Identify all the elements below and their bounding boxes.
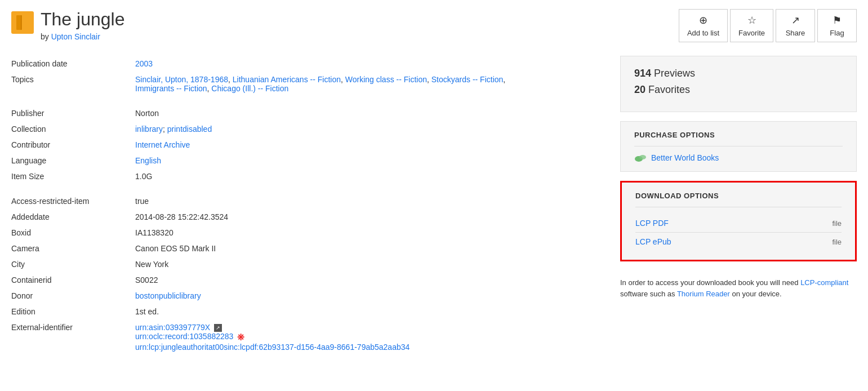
camera-label: Camera <box>11 241 135 256</box>
contributor-link[interactable]: Internet Archive <box>135 140 190 149</box>
access-restricted-row: Access-restricted-item true <box>11 193 607 209</box>
donor-link[interactable]: bostonpubliclibrary <box>135 291 201 300</box>
lcp-note: In order to access your downloaded book … <box>620 270 857 306</box>
author-line: by Upton Sinclair <box>41 32 124 41</box>
donor-label: Donor <box>11 288 135 304</box>
page-title: The jungle <box>41 9 124 30</box>
oclc-icon: ❋ <box>237 332 244 342</box>
topics-label: Topics <box>11 72 135 96</box>
share-icon: ↗ <box>791 14 800 26</box>
collection-link-printdisabled[interactable]: printdisabled <box>167 125 212 134</box>
metadata-table: Publication date 2003 Topics Sinclair, U… <box>11 56 607 355</box>
topic-link[interactable]: Stockyards -- Fiction <box>431 75 504 84</box>
purchase-options-card: PURCHASE OPTIONS Better World Books <box>620 121 857 172</box>
publisher-value: Norton <box>135 105 607 121</box>
purchase-item-bwb: Better World Books <box>634 153 843 162</box>
boxid-label: Boxid <box>11 225 135 241</box>
svg-rect-2 <box>21 15 21 30</box>
favorite-button[interactable]: ☆ Favorite <box>730 9 773 42</box>
external-id-1-link[interactable]: urn:asin:039397779X <box>135 323 210 332</box>
topic-link[interactable]: Sinclair, Upton, 1878-1968 <box>135 75 228 84</box>
item-size-value: 1.0G <box>135 168 607 184</box>
contributor-label: Contributor <box>11 137 135 153</box>
stats-card: 914 Previews 20 Favorites <box>620 56 857 112</box>
publisher-row: Publisher Norton <box>11 105 607 121</box>
topic-link[interactable]: Immigrants -- Fiction <box>135 84 207 93</box>
access-restricted-label: Access-restricted-item <box>11 193 135 209</box>
edition-label: Edition <box>11 304 135 319</box>
addeddate-row: Addeddate 2014-08-28 15:22:42.3524 <box>11 209 607 225</box>
star-icon: ☆ <box>747 14 756 26</box>
topic-link[interactable]: Working class -- Fiction <box>345 75 427 84</box>
download-divider <box>635 207 842 207</box>
collection-row: Collection inlibrary; printdisabled <box>11 121 607 137</box>
language-link[interactable]: English <box>135 156 161 165</box>
item-size-row: Item Size 1.0G <box>11 168 607 184</box>
external-identifier-row: External-identifier urn:asin:039397779X … <box>11 319 607 355</box>
author-link[interactable]: Upton Sinclair <box>51 32 100 41</box>
svg-point-4 <box>639 155 646 159</box>
collection-link-inlibrary[interactable]: inlibrary <box>135 125 163 134</box>
download-options-card: DOWNLOAD OPTIONS LCP PDF file LCP ePub f… <box>620 181 857 261</box>
download-item-lcp-pdf: LCP PDF file <box>635 214 842 233</box>
plus-circle-icon: ⊕ <box>699 14 707 26</box>
topics-value: Sinclair, Upton, 1878-1968, Lithuanian A… <box>135 72 607 96</box>
lcp-pdf-type: file <box>832 219 842 228</box>
topic-link[interactable]: Lithuanian Americans -- Fiction <box>233 75 341 84</box>
topics-row: Topics Sinclair, Upton, 1878-1968, Lithu… <box>11 72 607 96</box>
donor-row: Donor bostonpubliclibrary <box>11 288 607 304</box>
purchase-divider <box>634 146 843 146</box>
containerid-label: Containerid <box>11 272 135 288</box>
thorium-reader-link[interactable]: Thorium Reader <box>677 290 730 298</box>
external-id-3-link[interactable]: urn:lcp:jungleauthoritat00sinc:lcpdf:62b… <box>135 343 409 352</box>
download-item-lcp-epub: LCP ePub file <box>635 233 842 251</box>
city-row: City New York <box>11 256 607 272</box>
lcp-compliant-link[interactable]: LCP-compliant <box>800 278 848 287</box>
action-buttons-group: ⊕ Add to list ☆ Favorite ↗ Share ⚑ Flag <box>679 9 857 42</box>
purchase-options-title: PURCHASE OPTIONS <box>634 131 843 139</box>
access-restricted-value: true <box>135 193 607 209</box>
camera-row: Camera Canon EOS 5D Mark II <box>11 241 607 256</box>
item-size-label: Item Size <box>11 168 135 184</box>
city-label: City <box>11 256 135 272</box>
lcp-epub-link[interactable]: LCP ePub <box>635 237 671 246</box>
flag-button[interactable]: ⚑ Flag <box>817 9 857 42</box>
camera-value: Canon EOS 5D Mark II <box>135 241 607 256</box>
external-id-2-link[interactable]: urn:oclc:record:1035882283 <box>135 332 233 341</box>
language-row: Language English <box>11 153 607 168</box>
containerid-value: S0022 <box>135 272 607 288</box>
topic-link[interactable]: Chicago (Ill.) -- Fiction <box>211 84 288 93</box>
bwb-link[interactable]: Better World Books <box>651 153 719 162</box>
add-to-list-button[interactable]: ⊕ Add to list <box>679 9 728 42</box>
language-label: Language <box>11 153 135 168</box>
book-cover-icon <box>11 11 34 34</box>
bwb-logo-icon <box>634 153 647 162</box>
download-options-title: DOWNLOAD OPTIONS <box>635 192 842 200</box>
flag-icon: ⚑ <box>833 14 842 26</box>
publication-date-label: Publication date <box>11 56 135 72</box>
edition-row: Edition 1st ed. <box>11 304 607 319</box>
external-link-icon: ↗ <box>214 324 222 332</box>
collection-label: Collection <box>11 121 135 137</box>
external-identifier-label: External-identifier <box>11 319 135 355</box>
previews-stat: 914 Previews <box>634 68 843 79</box>
city-value: New York <box>135 256 607 272</box>
containerid-row: Containerid S0022 <box>11 272 607 288</box>
publisher-label: Publisher <box>11 105 135 121</box>
collection-value: inlibrary; printdisabled <box>135 121 607 137</box>
addeddate-label: Addeddate <box>11 209 135 225</box>
favorites-stat: 20 Favorites <box>634 84 843 96</box>
external-identifier-value: urn:asin:039397779X ↗ urn:oclc:record:10… <box>135 319 607 355</box>
boxid-value: IA1138320 <box>135 225 607 241</box>
lcp-pdf-link[interactable]: LCP PDF <box>635 219 669 228</box>
contributor-row: Contributor Internet Archive <box>11 137 607 153</box>
publication-date-row: Publication date 2003 <box>11 56 607 72</box>
edition-value: 1st ed. <box>135 304 607 319</box>
boxid-row: Boxid IA1138320 <box>11 225 607 241</box>
lcp-epub-type: file <box>832 238 842 246</box>
addeddate-value: 2014-08-28 15:22:42.3524 <box>135 209 607 225</box>
publication-date-value[interactable]: 2003 <box>135 59 153 68</box>
share-button[interactable]: ↗ Share <box>776 9 815 42</box>
